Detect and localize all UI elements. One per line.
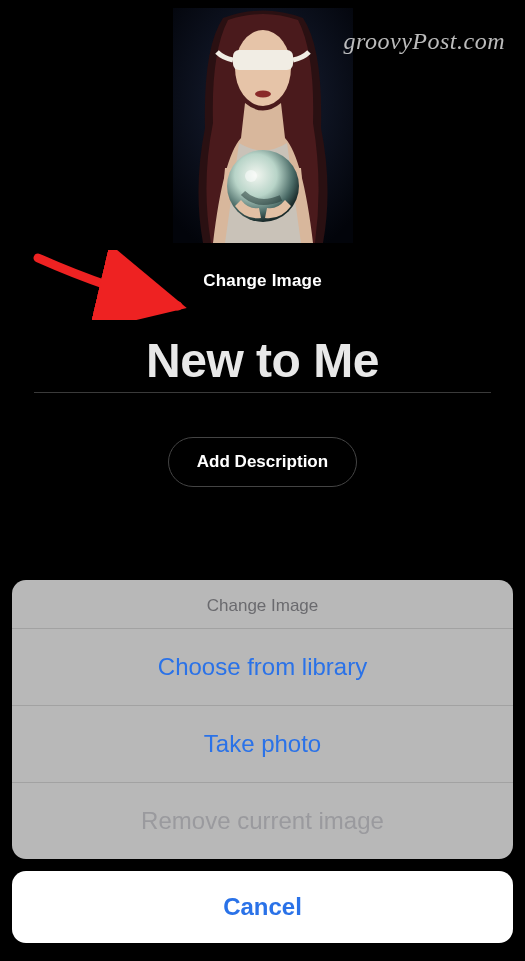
add-description-button[interactable]: Add Description <box>168 437 357 487</box>
svg-point-5 <box>227 150 299 222</box>
action-sheet-title: Change Image <box>12 580 513 629</box>
action-sheet-container: Change Image Choose from library Take ph… <box>0 580 525 961</box>
remove-current-image-option[interactable]: Remove current image <box>12 783 513 859</box>
svg-point-4 <box>255 91 271 98</box>
svg-rect-3 <box>233 50 293 70</box>
cover-art-illustration <box>173 8 353 243</box>
watermark-text: groovyPost.com <box>344 28 505 55</box>
svg-point-6 <box>245 170 257 182</box>
change-image-link[interactable]: Change Image <box>203 271 322 291</box>
annotation-arrow <box>30 250 190 320</box>
cancel-button[interactable]: Cancel <box>12 871 513 943</box>
playlist-cover-image[interactable] <box>173 8 353 243</box>
playlist-title-input[interactable]: New to Me <box>34 333 491 388</box>
edit-playlist-screen: groovyPost.com <box>0 0 525 961</box>
take-photo-option[interactable]: Take photo <box>12 706 513 783</box>
choose-from-library-option[interactable]: Choose from library <box>12 629 513 706</box>
change-image-action-sheet: Change Image Choose from library Take ph… <box>12 580 513 859</box>
title-field-row: New to Me <box>34 333 491 393</box>
